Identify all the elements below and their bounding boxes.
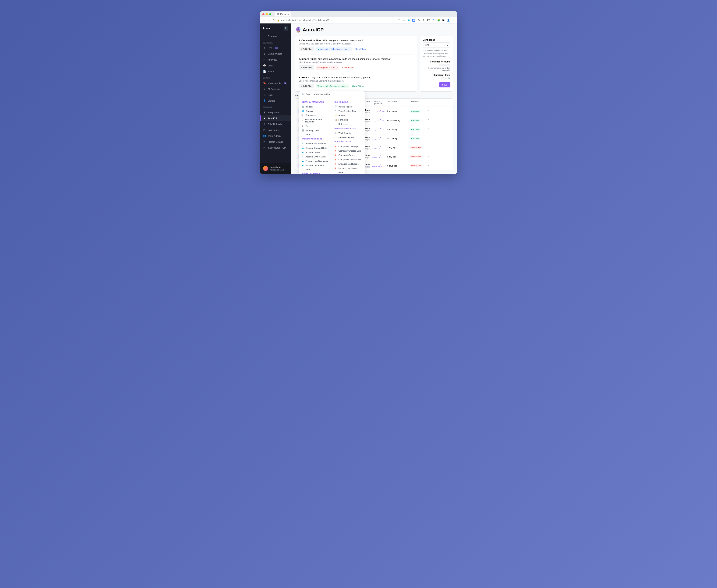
- extensions-menu-icon[interactable]: 🧩: [437, 19, 440, 22]
- row-menu-button[interactable]: ⋮: [427, 155, 431, 158]
- extension-icon[interactable]: ▣: [412, 19, 415, 22]
- row-menu-button[interactable]: ⋮: [427, 119, 431, 122]
- sidebar-search-button[interactable]: 🔍: [284, 26, 288, 31]
- tab-close-button[interactable]: ×: [288, 13, 289, 16]
- extension-icon[interactable]: ◉: [407, 19, 410, 22]
- sidebar-item-integrations[interactable]: ⚙Integrations: [260, 110, 291, 115]
- filter-chip-account-salesforce[interactable]: ☁ Account in Salesforce is true ×: [316, 47, 352, 51]
- clear-filters-link[interactable]: Clear Filters: [355, 48, 366, 50]
- dropdown-item-sf-account[interactable]: ☁Account in Salesforce: [302, 141, 329, 146]
- star-icon[interactable]: ☆: [403, 19, 406, 22]
- dropdown-item-visited-pages[interactable]: 📄Visited Pages: [334, 104, 362, 109]
- extension-icon[interactable]: ▣: [442, 19, 445, 22]
- window-close-button[interactable]: [262, 13, 265, 15]
- dropdown-item-events[interactable]: ⚡Events: [334, 113, 362, 118]
- sidebar-item-notifications[interactable]: ✉Notifications: [260, 127, 291, 133]
- dropdown-item-session-time[interactable]: ↗True Session Time: [334, 109, 362, 113]
- nav-reload-button[interactable]: ⟳: [273, 19, 275, 22]
- sidebar-item-chat[interactable]: 💬Chat: [260, 63, 291, 68]
- row-menu-button[interactable]: ⋮: [427, 165, 431, 167]
- sidebar-item-visitors[interactable]: 👤Visitors: [260, 98, 291, 104]
- nav-forward-button[interactable]: →: [268, 19, 270, 22]
- my-accounts-badge: 9: [284, 82, 286, 84]
- browser-menu-icon[interactable]: ⋮: [452, 19, 455, 22]
- extension-icon[interactable]: LT: [427, 19, 430, 22]
- dropdown-item-form-fills[interactable]: 📋Form Fills: [334, 118, 362, 122]
- crystal-ball-icon: 🔮: [295, 27, 301, 33]
- sidebar-item-live[interactable]: ⊕Live11: [260, 45, 291, 51]
- main-content: 🔮 Auto-ICP 1. Conversion Filter: Who are…: [291, 23, 457, 174]
- dropdown-item-hs-owner[interactable]: ◉Company Owner: [334, 153, 362, 157]
- dropdown-item-hs-engaged[interactable]: ◉Engaged via Hubspot: [334, 162, 362, 166]
- app-logo[interactable]: koala: [263, 27, 270, 30]
- row-menu-button[interactable]: ⋮: [427, 146, 431, 149]
- dropdown-item-identified-emails[interactable]: ✉Identified Emails: [334, 135, 362, 140]
- window-maximize-button[interactable]: [269, 13, 271, 15]
- dropdown-item-work-emails[interactable]: @Work Emails: [334, 131, 362, 135]
- dropdown-item-hs-company[interactable]: ◉Company in HubSpot: [334, 144, 362, 149]
- clear-filters-link[interactable]: Clear Filters: [342, 66, 354, 69]
- extension-icon[interactable]: ✎: [422, 19, 425, 22]
- save-button[interactable]: Save: [439, 82, 450, 87]
- sidebar-item-all-accounts[interactable]: ≡All Accounts: [260, 86, 291, 92]
- chat-icon: 💬: [263, 64, 266, 67]
- dropdown-item-hs-imported[interactable]: ◉Imported via Koala: [334, 166, 362, 170]
- url-text[interactable]: app.koala.live/projects/koala/icp?confid…: [281, 19, 330, 22]
- dropdown-item-sf-owner-email[interactable]: ☁Account Owner Email: [302, 154, 329, 159]
- dropdown-item-sf-engaged[interactable]: ☁Engaged via Salesforce: [302, 159, 329, 163]
- dropdown-item-hs-created[interactable]: ◉Company Created Date: [334, 149, 362, 153]
- extension-icon[interactable]: ⟨⟩: [417, 19, 420, 22]
- sidebar-user-footer[interactable]: Netto Farah netto@koala.live: [260, 163, 291, 174]
- globe-icon: 🌐: [302, 110, 304, 112]
- clear-filters-link[interactable]: Clear Filters: [352, 85, 364, 87]
- share-icon[interactable]: ⇪: [397, 19, 401, 22]
- sidebar-item-forms[interactable]: 📄Forms: [260, 68, 291, 75]
- window-minimize-button[interactable]: [266, 13, 268, 15]
- sidebar-item-overview[interactable]: ⌂Overview: [260, 33, 291, 39]
- sidebar-item-auto-icp[interactable]: ✦Auto ICP: [260, 115, 291, 121]
- chip-remove-button[interactable]: ×: [336, 66, 338, 69]
- profile-avatar[interactable]: 👤: [447, 19, 450, 22]
- dropdown-item-more[interactable]: ›More...: [302, 167, 329, 172]
- attribute-search-input[interactable]: [306, 93, 362, 96]
- dropdown-item-revenue[interactable]: $Estimated Annual Revenue: [302, 117, 329, 124]
- row-menu-button[interactable]: ⋮: [427, 110, 431, 112]
- row-menu-button[interactable]: ⋮: [427, 128, 431, 131]
- sidebar-item-csv-uploads[interactable]: ⇧CSV Uploads: [260, 121, 291, 127]
- add-filter-button[interactable]: +Add Filter: [299, 84, 314, 88]
- dropdown-item-referrers[interactable]: ↪Referrers: [334, 122, 362, 126]
- dropdown-item-more[interactable]: ›More...: [334, 170, 362, 174]
- nav-back-button[interactable]: ←: [262, 19, 265, 22]
- row-menu-button[interactable]: ⋮: [427, 137, 431, 140]
- attribute-filter-dropdown: 🔍 COMPANY ATTRIBUTES 🏢Industry 🌐Country …: [299, 91, 365, 174]
- dropdown-item-industry-group[interactable]: 🏢Industry Group: [302, 128, 329, 132]
- sidebar-item-demo-widget[interactable]: $Demo Widget: [260, 51, 291, 57]
- chip-remove-button[interactable]: ×: [347, 85, 348, 87]
- sidebar-item-analytics[interactable]: ⤳Analytics: [260, 57, 291, 63]
- dropdown-item-hs-owner-email[interactable]: ◉Company Owner Email: [334, 157, 362, 162]
- filter-chip-tech[interactable]: Tech is salesforce or hubspot ×: [316, 84, 349, 88]
- dropdown-item-sf-created[interactable]: ☁Account Created Date: [302, 146, 329, 150]
- boosts-subtext: Boost Accounts and Contacts matching any…: [299, 80, 414, 82]
- sidebar-item-deprecated-icp[interactable]: ◎[Deprecated] ICP: [260, 145, 291, 151]
- dropdown-item-industry[interactable]: 🏢Industry: [302, 104, 329, 109]
- dropdown-item-sf-imported[interactable]: ☁Imported via Koala: [302, 163, 329, 167]
- sidebar-item-project-details[interactable]: ✎Project Details: [260, 139, 291, 145]
- dropdown-item-more[interactable]: ›More...: [302, 132, 329, 136]
- sidebar-item-my-accounts[interactable]: 🔖My Accounts9: [260, 80, 291, 86]
- sidebar-item-team-admin[interactable]: 👥Team Admin: [260, 133, 291, 139]
- new-tab-button[interactable]: +: [294, 13, 296, 16]
- browser-tab[interactable]: 🐨 Koala ×: [275, 12, 291, 17]
- sidebar-item-lists[interactable]: ▽Lists: [260, 92, 291, 98]
- dropdown-item-employees[interactable]: #Employees: [302, 113, 329, 117]
- add-filter-button[interactable]: +Add Filter: [299, 65, 314, 70]
- dropdown-item-country[interactable]: 🌐Country: [302, 109, 329, 113]
- search-icon[interactable]: 🔍: [448, 77, 450, 80]
- chip-remove-button[interactable]: ×: [349, 48, 350, 50]
- dropdown-item-sf-owner[interactable]: ☁Account Owner: [302, 150, 329, 154]
- extension-icon[interactable]: ⚙: [432, 19, 435, 22]
- add-filter-button[interactable]: +Add Filter: [299, 47, 314, 51]
- dropdown-item-tech[interactable]: ⚙Tech: [302, 124, 329, 128]
- filter-chip-employees[interactable]: Employees is 1-10 ×: [316, 65, 339, 70]
- confidence-select[interactable]: 99% ⌄: [423, 42, 450, 48]
